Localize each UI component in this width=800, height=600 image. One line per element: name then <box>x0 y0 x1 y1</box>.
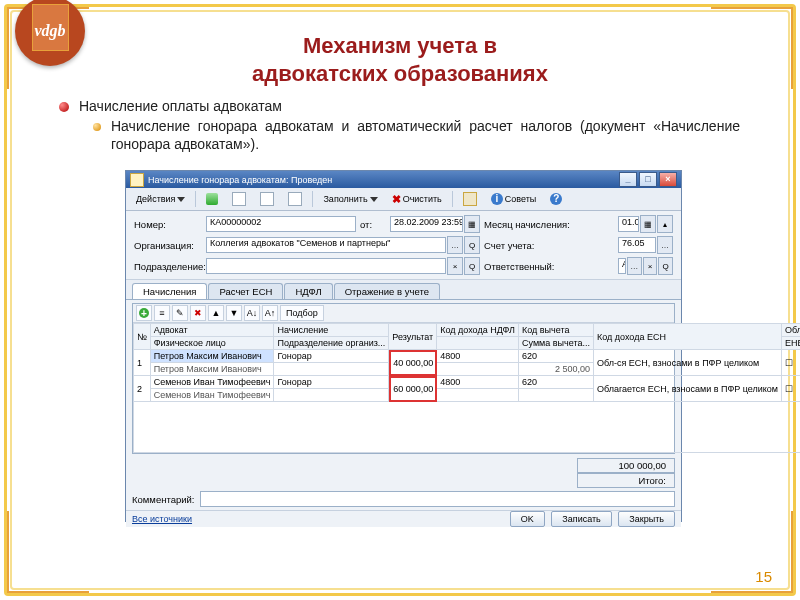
lightbulb-icon: i <box>491 193 503 205</box>
moveup-button[interactable]: ▲ <box>208 305 224 321</box>
date-label: от: <box>360 219 386 230</box>
actions-menu[interactable]: Действия <box>130 192 191 206</box>
grid: ≡ ✎ ✖ ▲ ▼ A↓ A↑ Подбор № Адвокат Начисле… <box>132 303 675 454</box>
month-input[interactable]: 01.02.2009 <box>618 216 639 232</box>
doc-icon <box>288 192 302 206</box>
table-header: № Адвокат Начисление Результат Код доход… <box>134 324 801 337</box>
org-label: Организация: <box>134 240 202 251</box>
account-label: Счет учета: <box>484 240 614 251</box>
copy-icon <box>260 192 274 206</box>
resp-select-button[interactable]: … <box>627 257 642 275</box>
tabs: Начисления Расчет ЕСН НДФЛ Отражение в у… <box>126 280 681 300</box>
help-button[interactable]: ? <box>544 191 568 207</box>
dept-open-button[interactable]: Q <box>464 257 480 275</box>
comment-input[interactable] <box>200 491 675 507</box>
post2-button[interactable] <box>282 190 308 208</box>
grid-toolbar: ≡ ✎ ✖ ▲ ▼ A↓ A↑ Подбор <box>133 304 674 323</box>
ok-button[interactable]: OK <box>510 511 545 527</box>
post-button[interactable] <box>200 191 224 207</box>
add-row-button[interactable] <box>136 305 152 321</box>
header-fields: Номер: КА00000002 от: 28.02.2009 23:59:5… <box>126 211 681 280</box>
dept-label: Подразделение: <box>134 261 202 272</box>
account-select-button[interactable]: … <box>657 236 673 254</box>
scroll-icon <box>463 192 477 206</box>
table-row[interactable]: 1 Петров Максим Иванович Гонорар 40 000,… <box>134 350 801 363</box>
toolbar: Действия Заполнить ✖Очистить iСоветы ? <box>126 188 681 211</box>
chevron-down-icon <box>177 197 185 202</box>
org-select-button[interactable]: … <box>447 236 463 254</box>
resp-input[interactable]: Администратор <box>618 258 626 274</box>
org-input[interactable]: Коллегия адвокатов "Семенов и партнеры" <box>206 237 446 253</box>
close-button[interactable]: × <box>659 172 677 187</box>
org-open-button[interactable]: Q <box>464 236 480 254</box>
comment-label: Комментарий: <box>132 494 194 505</box>
clear-button[interactable]: ✖Очистить <box>386 191 448 208</box>
copy-button[interactable] <box>254 190 280 208</box>
dept-input[interactable] <box>206 258 446 274</box>
help-icon: ? <box>550 193 562 205</box>
minimize-button[interactable]: _ <box>619 172 637 187</box>
plus-icon <box>139 308 149 318</box>
play-icon <box>206 193 218 205</box>
clear-icon: ✖ <box>392 193 401 206</box>
month-spin-button[interactable]: ▦ <box>640 215 656 233</box>
save-button[interactable]: Записать <box>551 511 611 527</box>
window-icon <box>130 173 144 187</box>
close-button-footer[interactable]: Закрыть <box>618 511 675 527</box>
fill-button[interactable]: Заполнить <box>317 192 383 206</box>
logo-text: vdgb <box>34 22 65 40</box>
delete-row-button[interactable]: ✖ <box>190 305 206 321</box>
dept-clear-button[interactable]: × <box>447 257 463 275</box>
resp-label: Ответственный: <box>484 261 614 272</box>
resp-open-button[interactable]: Q <box>658 257 673 275</box>
list-icon <box>232 192 246 206</box>
bullet-level2: Начисление гонорара адвокатам и автомати… <box>93 118 740 153</box>
page-number: 15 <box>755 568 772 585</box>
resp-clear-button[interactable]: × <box>643 257 658 275</box>
sort-asc-button[interactable]: A↓ <box>244 305 260 321</box>
app-window: Начисление гонорара адвокатам: Проведен … <box>125 170 682 522</box>
number-label: Номер: <box>134 219 202 230</box>
tab-esn[interactable]: Расчет ЕСН <box>208 283 283 299</box>
bullet-level1: Начисление оплаты адвокатам <box>59 98 740 114</box>
slide-title: Механизм учета вадвокатских образованиях <box>0 32 800 87</box>
date-picker-button[interactable]: ▦ <box>464 215 480 233</box>
print-button[interactable] <box>457 190 483 208</box>
table-row-empty[interactable] <box>134 402 801 453</box>
month-up-button[interactable]: ▴ <box>657 215 673 233</box>
copy-row-button[interactable]: ≡ <box>154 305 170 321</box>
movedown-button[interactable]: ▼ <box>226 305 242 321</box>
select-button[interactable]: Подбор <box>280 305 324 321</box>
totals: 100 000,00 Итого: <box>132 458 675 488</box>
date-input[interactable]: 28.02.2009 23:59:59 <box>390 216 463 232</box>
sources-link[interactable]: Все источники <box>132 514 192 524</box>
table-row[interactable]: 2 Семенов Иван Тимофеевич Гонорар 60 000… <box>134 376 801 389</box>
edit-row-button[interactable]: ✎ <box>172 305 188 321</box>
tab-ndfl[interactable]: НДФЛ <box>284 283 332 299</box>
tab-accounting[interactable]: Отражение в учете <box>334 283 440 299</box>
maximize-button[interactable]: □ <box>639 172 657 187</box>
tips-button[interactable]: iСоветы <box>485 191 542 207</box>
month-label: Месяц начисления: <box>484 219 614 230</box>
title-bar[interactable]: Начисление гонорара адвокатам: Проведен … <box>126 171 681 188</box>
list-button[interactable] <box>226 190 252 208</box>
sort-desc-button[interactable]: A↑ <box>262 305 278 321</box>
account-input[interactable]: 76.05 <box>618 237 656 253</box>
number-input[interactable]: КА00000002 <box>206 216 356 232</box>
window-title: Начисление гонорара адвокатам: Проведен <box>148 175 332 185</box>
tab-accruals[interactable]: Начисления <box>132 283 207 299</box>
chevron-down-icon <box>370 197 378 202</box>
